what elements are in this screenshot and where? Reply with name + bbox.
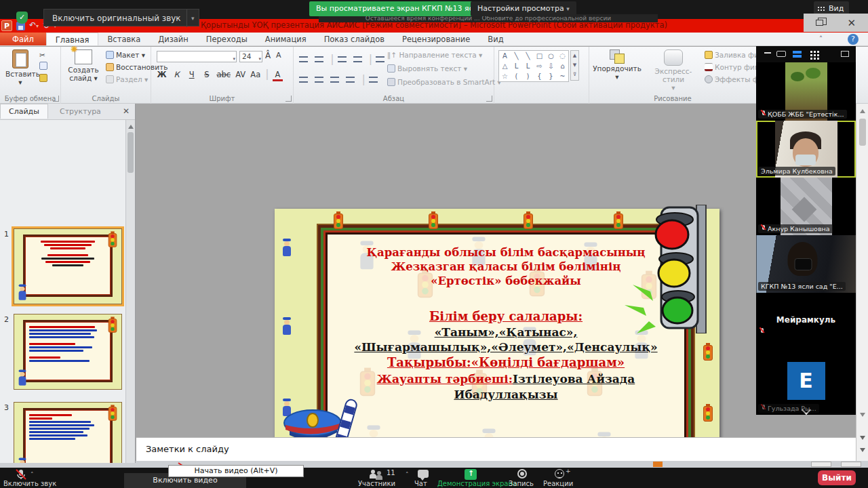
share-screen-icon[interactable] xyxy=(465,469,477,480)
shape-icon[interactable]: } xyxy=(545,71,557,81)
exit-minimized-view-icon[interactable] xyxy=(841,51,849,57)
minimize-panel-icon[interactable] xyxy=(764,52,771,54)
cut-icon[interactable]: ✂ xyxy=(39,51,45,59)
font-name-combo[interactable]: ▾ xyxy=(157,51,237,62)
video-tile-active-speaker[interactable]: Эльмира Кулбековна xyxy=(756,121,856,178)
shape-icon[interactable]: △ xyxy=(499,61,511,71)
record-icon[interactable] xyxy=(517,469,527,479)
format-painter-icon[interactable] xyxy=(39,74,50,82)
bullets-icon[interactable] xyxy=(299,56,308,62)
shape-icon[interactable]: A xyxy=(499,51,511,61)
audio-options-chevron-icon[interactable]: ˄ xyxy=(31,471,34,478)
leave-button[interactable]: Выйти xyxy=(818,470,856,485)
arrange-button[interactable]: Упорядочить▾ xyxy=(592,49,642,81)
tab-view[interactable]: Вид xyxy=(479,33,512,45)
tab-outline[interactable]: Структура xyxy=(52,104,109,119)
gallery-view-icon[interactable] xyxy=(810,51,812,53)
shape-icon[interactable]: □ xyxy=(534,51,545,61)
align-left-icon[interactable] xyxy=(299,77,308,83)
participants-icon[interactable] xyxy=(370,470,384,479)
chat-label[interactable]: Чат xyxy=(414,480,427,487)
shape-icon[interactable]: ⌂ xyxy=(557,61,568,71)
collapse-ribbon-icon[interactable]: ˄ xyxy=(819,35,823,43)
tab-design[interactable]: Дизайн xyxy=(149,33,197,45)
close-window-icon[interactable]: ✕ xyxy=(848,17,856,29)
shape-icon[interactable]: ╲ xyxy=(511,51,522,61)
next-slide-icon[interactable] xyxy=(860,448,865,455)
taskbar-powerpoint-icon[interactable] xyxy=(653,462,663,467)
reactions-icon[interactable] xyxy=(555,469,564,479)
video-tile[interactable]: Мейрамкуль xyxy=(756,293,856,351)
tab-review[interactable]: Рецензирование xyxy=(393,33,479,45)
align-right-icon[interactable] xyxy=(330,77,339,83)
taskbar-window-icon[interactable] xyxy=(811,462,831,467)
quick-styles-button[interactable]: Экспресс-стили▾ xyxy=(645,49,702,92)
scroll-down-icon[interactable] xyxy=(860,413,865,420)
shape-icon[interactable]: ○ xyxy=(545,51,557,61)
participants-label[interactable]: Участники xyxy=(358,480,395,487)
video-tile[interactable]: КГКП №13 ясли сад "Е... xyxy=(756,235,856,293)
tab-file[interactable]: Файл xyxy=(0,33,46,45)
shape-icon[interactable]: { xyxy=(534,71,545,81)
undo-icon[interactable]: ↶▾ xyxy=(29,20,39,32)
shape-icon[interactable]: ⇩ xyxy=(545,61,557,71)
chat-icon[interactable] xyxy=(418,470,429,478)
section-button[interactable]: Раздел ▾ xyxy=(106,75,148,83)
decrease-indent-icon[interactable] xyxy=(338,56,347,62)
slide-thumbnail-3[interactable] xyxy=(14,402,122,463)
filmstrip-view-icon[interactable] xyxy=(776,51,786,57)
line-spacing-icon[interactable] xyxy=(376,56,384,62)
restore-window-icon[interactable] xyxy=(816,20,823,26)
view-settings-button[interactable]: Настройки просмотра ▾ xyxy=(471,1,576,16)
scroll-up-icon[interactable] xyxy=(860,106,865,113)
video-tile[interactable]: Акнур Канышовна xyxy=(756,178,856,235)
columns-icon[interactable] xyxy=(369,77,378,83)
shapes-grid[interactable]: A╲╲□○◌△LL⇨⇩⌂☆(){}~ xyxy=(498,50,569,82)
video-tile[interactable]: E Гульзада Ры... xyxy=(756,351,856,415)
previous-slide-icon[interactable] xyxy=(860,436,865,443)
paragraph-dialog-launcher[interactable] xyxy=(486,96,492,102)
italic-button[interactable]: К xyxy=(172,70,182,79)
shape-icon[interactable]: ) xyxy=(522,71,534,81)
copy-icon[interactable] xyxy=(39,62,50,70)
tab-insert[interactable]: Вставка xyxy=(98,33,149,45)
font-color-button[interactable]: А xyxy=(273,70,283,81)
scroll-thumb[interactable] xyxy=(859,119,866,146)
help-icon[interactable]: ? xyxy=(848,34,859,45)
shape-icon[interactable]: ◌ xyxy=(557,51,568,61)
grow-font-icon[interactable]: А̂ xyxy=(265,51,271,60)
shape-icon[interactable]: L xyxy=(511,61,522,71)
share-screen-label[interactable]: Демонстрация экрана xyxy=(437,480,517,487)
taskbar-window-icon[interactable] xyxy=(841,462,861,467)
character-spacing-button[interactable]: AV xyxy=(235,70,245,79)
tab-transitions[interactable]: Переходы xyxy=(197,33,256,45)
shape-icon[interactable]: ( xyxy=(511,71,522,81)
tab-home[interactable]: Главная xyxy=(46,33,99,45)
main-scrollbar[interactable] xyxy=(856,104,868,463)
bold-button[interactable]: Ж xyxy=(157,70,167,79)
tab-slideshow[interactable]: Показ слайдов xyxy=(315,33,393,45)
unmute-label[interactable]: Включить звук xyxy=(3,480,56,487)
increase-indent-icon[interactable] xyxy=(353,56,362,62)
shapes-scroll-buttons[interactable]: ▲▼⊽ xyxy=(570,50,579,81)
notes-area[interactable]: Заметки к слайду xyxy=(136,437,856,461)
muted-mic-icon[interactable] xyxy=(15,468,27,481)
shape-icon[interactable]: ☆ xyxy=(499,71,511,81)
tab-slides[interactable]: Слайды xyxy=(0,104,48,119)
shrink-font-icon[interactable]: А xyxy=(276,51,281,60)
align-text-button[interactable]: Выровнять текст ▾ xyxy=(387,64,467,73)
scroll-up-icon[interactable] xyxy=(128,122,134,129)
speaker-view-icon[interactable] xyxy=(793,51,802,54)
shape-icon[interactable]: ╲ xyxy=(522,51,534,61)
shape-icon[interactable]: ~ xyxy=(557,71,568,81)
slide-thumbnail-2[interactable] xyxy=(14,314,122,390)
shape-icon[interactable]: ⇨ xyxy=(534,61,545,71)
reactions-label[interactable]: Реакции xyxy=(543,480,573,487)
align-center-icon[interactable] xyxy=(315,77,323,83)
smartart-button[interactable]: Преобразовать в SmartArt ▾ xyxy=(387,78,501,86)
slide-thumbnail-1[interactable] xyxy=(14,228,122,304)
layout-button[interactable]: Макет ▾ xyxy=(106,51,145,59)
paste-button[interactable]: Вставить▾ xyxy=(5,49,35,86)
strikethrough-button[interactable]: abc xyxy=(216,70,231,79)
shadow-button[interactable]: S xyxy=(201,70,212,79)
